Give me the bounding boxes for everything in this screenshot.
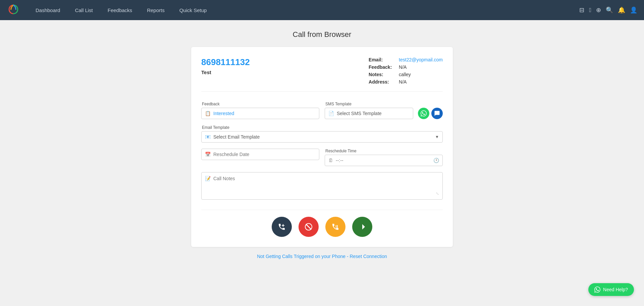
sms-send-button[interactable]: [431, 108, 443, 119]
email-template-icon: 📧: [205, 134, 211, 140]
feedback-group: Feedback 📋 Interested: [201, 102, 319, 119]
address-row: Address: N/A: [369, 79, 443, 85]
reschedule-time-group: Reschedule Time 🗓 🕐: [325, 149, 443, 166]
reschedule-time-input[interactable]: [336, 158, 439, 163]
sms-template-select[interactable]: Select SMS Template: [337, 111, 410, 116]
email-template-arrow: ▼: [435, 135, 439, 139]
whatsapp-button[interactable]: [418, 108, 429, 119]
email-row: Email: test22@yopmail.com: [369, 57, 443, 62]
reject-button[interactable]: [299, 217, 319, 237]
reschedule-time-label: Reschedule Time: [325, 149, 443, 153]
need-help-button[interactable]: Need Help?: [588, 283, 634, 296]
nav-icons: ⊟  ⊕ 🔍 🔔 👤: [579, 6, 637, 14]
reschedule-date-wrapper: 📅: [201, 149, 319, 160]
email-template-label: Email Template: [201, 125, 443, 130]
feedback-info-value: N/A: [399, 64, 407, 70]
feedback-info-label: Feedback:: [369, 64, 395, 70]
nav-links: Dashboard Call List Feedbacks Reports Qu…: [28, 0, 579, 20]
nav-feedbacks[interactable]: Feedbacks: [100, 0, 140, 20]
hold-button[interactable]: [325, 217, 345, 237]
resize-handle: ⤡: [436, 191, 439, 196]
contact-right: Email: test22@yopmail.com Feedback: N/A …: [369, 57, 443, 85]
sms-template-wrapper: 📄 Select SMS Template: [325, 108, 413, 119]
svg-line-2: [306, 224, 311, 230]
navbar: Dashboard Call List Feedbacks Reports Qu…: [0, 0, 644, 20]
feedback-wrapper: 📋 Interested: [201, 108, 319, 119]
phone-number: 8698111132: [201, 57, 250, 67]
time-cal-icon: 🗓: [328, 158, 333, 163]
page-title: Call from Browser: [293, 30, 352, 39]
nav-reports[interactable]: Reports: [140, 0, 172, 20]
forward-button[interactable]: [352, 217, 372, 237]
email-label: Email:: [369, 57, 395, 62]
contact-section: 8698111132 Test Email: test22@yopmail.co…: [201, 57, 443, 92]
contact-name: Test: [201, 69, 250, 75]
search-icon[interactable]: 🔍: [606, 6, 613, 14]
user-icon[interactable]: 👤: [630, 6, 637, 14]
feedback-row: Feedback: N/A: [369, 64, 443, 70]
notes-row: Notes: calley: [369, 72, 443, 77]
feedback-sms-row: Feedback 📋 Interested SMS Template 📄: [201, 102, 443, 119]
sms-icon: 📄: [328, 111, 334, 116]
main-content: Call from Browser 8698111132 Test Email:…: [0, 20, 644, 266]
email-value: test22@yopmail.com: [399, 57, 443, 62]
feedback-select[interactable]: Interested: [213, 111, 316, 116]
email-template-row: Email Template 📧 Select Email Template ▼: [201, 125, 443, 143]
calendar-icon: 📅: [205, 152, 211, 157]
notes-icon: 📝: [205, 176, 211, 181]
callback-button[interactable]: [272, 217, 292, 237]
address-label: Address:: [369, 79, 395, 85]
feedback-icon: 📋: [205, 111, 211, 116]
nav-quick-setup[interactable]: Quick Setup: [172, 0, 214, 20]
android-icon[interactable]: ⊟: [579, 6, 584, 14]
bell-icon[interactable]: 🔔: [618, 6, 625, 14]
reset-connection-link[interactable]: Not Getting Calls Triggered on your Phon…: [257, 254, 387, 259]
call-notes-wrapper: 📝 ⤡: [201, 172, 443, 200]
form-section: Feedback 📋 Interested SMS Template 📄: [201, 102, 443, 200]
reschedule-row: 📅 Reschedule Time 🗓 🕐: [201, 149, 443, 166]
apple-icon[interactable]: : [589, 7, 591, 14]
sms-template-label: SMS Template: [325, 102, 443, 106]
logo[interactable]: [7, 3, 21, 17]
email-template-group: Email Template 📧 Select Email Template ▼: [201, 125, 443, 143]
feedback-label: Feedback: [201, 102, 319, 106]
call-notes-textarea[interactable]: [213, 176, 436, 196]
nav-dashboard[interactable]: Dashboard: [28, 0, 67, 20]
email-template-select[interactable]: Select Email Template: [213, 134, 435, 140]
nav-call-list[interactable]: Call List: [67, 0, 100, 20]
call-notes-group: 📝 ⤡: [201, 172, 443, 200]
support-icon[interactable]: ⊕: [596, 6, 601, 14]
contact-left: 8698111132 Test: [201, 57, 250, 85]
reschedule-time-wrapper: 🗓 🕐: [325, 155, 443, 166]
reschedule-date-group: 📅: [201, 149, 319, 166]
address-value: N/A: [399, 79, 407, 85]
sms-template-group: SMS Template 📄 Select SMS Template: [325, 102, 443, 119]
notes-label: Notes:: [369, 72, 395, 77]
sms-actions: [418, 108, 443, 119]
reschedule-date-input[interactable]: [213, 152, 316, 157]
call-card: 8698111132 Test Email: test22@yopmail.co…: [191, 47, 453, 247]
email-template-wrapper: 📧 Select Email Template ▼: [201, 131, 443, 143]
call-notes-row: 📝 ⤡: [201, 172, 443, 200]
action-buttons: [201, 210, 443, 237]
need-help-label: Need Help?: [603, 287, 628, 292]
notes-value: calley: [399, 72, 411, 77]
